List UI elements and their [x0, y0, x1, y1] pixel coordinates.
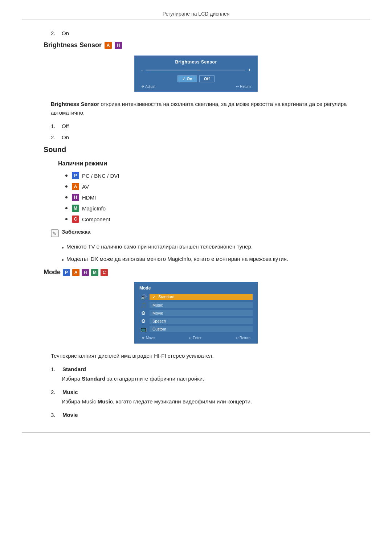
bullet-dot-magicinfo — [65, 207, 68, 209]
mode-footer-enter: ↵ Enter — [189, 336, 201, 340]
mode-item-1-label: Standard — [62, 366, 86, 372]
badge-a: A — [105, 42, 112, 49]
mode-item-2-desc-prefix: Избира Music — [62, 398, 98, 405]
mode-bar-music: Music — [150, 302, 253, 308]
mode-item-3-label: Movie — [62, 412, 78, 418]
page-header-text: Регулиране на LCD дисплея — [163, 11, 230, 17]
osd-btn-on[interactable]: ✓ On — [177, 75, 197, 82]
badge-p-pc: P — [72, 172, 79, 179]
mode-item-standard: 1. Standard — [51, 366, 370, 372]
mode-footer-return: ↩ Return — [236, 336, 250, 340]
note-box: ✎ Забележка — [51, 229, 370, 237]
mode-bar-speech: Speech — [150, 318, 253, 324]
note-item-1: Менюто TV е налично само при инсталиран … — [62, 242, 348, 251]
bullet-dot-pc — [65, 175, 68, 177]
badge-h: H — [115, 42, 122, 49]
mode-osd-title: Mode — [134, 286, 258, 293]
osd-slider-line — [146, 70, 245, 70]
badge-h-hdmi: H — [72, 194, 79, 201]
note-item-2: Моделът DX може да използва менюто Magic… — [62, 255, 348, 263]
osd-footer-right: ↩ Return — [236, 85, 251, 89]
mode-footer-move: ❖ Move — [142, 336, 155, 340]
osd-plus: + — [248, 67, 251, 73]
bs-item-2: 2. On — [51, 134, 370, 140]
page-header: Регулиране на LCD дисплея — [22, 11, 370, 17]
osd-title: Brightness Sensor — [140, 59, 252, 65]
mode-item-movie: 3. Movie — [51, 412, 370, 418]
mode-item-1-desc-prefix: Избира — [62, 376, 82, 382]
mode-label-magicinfo: MagicInfo — [82, 205, 106, 212]
mode-icon-standard: 🔊 — [139, 294, 147, 300]
mode-badge-h: H — [82, 269, 89, 276]
brightness-sensor-osd: Brightness Sensor - + ✓ On Off ❖ Adjust … — [134, 56, 258, 92]
note-icon: ✎ — [51, 229, 59, 237]
osd-slider-fill — [146, 70, 200, 70]
brightness-sensor-section: Brightness Sensor A H — [44, 41, 370, 49]
mode-item-3-num: 3. — [51, 412, 59, 418]
mode-osd-footer: ❖ Move ↵ Enter ↩ Return — [134, 335, 258, 340]
note-bullet-2 — [62, 259, 64, 261]
osd-footer: ❖ Adjust ↩ Return — [140, 85, 252, 89]
mode-item-magicinfo: M MagicInfo — [65, 205, 370, 212]
top-divider — [22, 20, 370, 20]
mode-badge-a: A — [72, 269, 79, 276]
mode-item-1-desc-bold: Standard — [82, 376, 105, 382]
mode-label-hdmi: HDMI — [82, 194, 96, 201]
bs-item-1: 1. Off — [51, 123, 370, 129]
brightness-sensor-heading: Brightness Sensor — [44, 41, 102, 49]
page-container: Регулиране на LCD дисплея 2. On Brightne… — [0, 0, 392, 554]
mode-bar-custom: Custom — [150, 326, 253, 332]
mode-badge-p: P — [63, 269, 70, 276]
mode-item-av: A AV — [65, 183, 370, 190]
mode-item-2-label: Music — [62, 389, 78, 395]
mode-item-2-desc-bold: Music — [98, 398, 113, 405]
badge-m-magicinfo: M — [72, 205, 79, 212]
mode-bar-movie: Movie — [150, 310, 253, 316]
mode-label-pc: PC / BNC / DVI — [82, 173, 119, 179]
mode-item-2-num: 2. — [51, 389, 59, 395]
mode-item-component: C Component — [65, 216, 370, 223]
mode-osd-row-custom: 📺 Custom — [134, 325, 258, 333]
mode-item-music: 2. Music — [51, 389, 370, 395]
mode-item-1-desc: Избира Standard за стандартните фабрични… — [62, 374, 348, 383]
mode-item-1-num: 1. — [51, 366, 59, 372]
osd-minus: - — [141, 67, 143, 73]
mode-osd-rows: 🔊 ✓ Standard 🎵 Music ⚙ Movie ⚙ Speech 📺 … — [134, 293, 258, 333]
mode-osd-row-music: 🎵 Music — [134, 301, 258, 309]
mode-label-av: AV — [82, 184, 89, 190]
osd-buttons-row: ✓ On Off — [140, 75, 252, 82]
mode-icon-movie: ⚙ — [139, 310, 147, 316]
note-label: Забележка — [62, 229, 90, 235]
mode-label-component: Component — [82, 216, 110, 222]
mode-item-hdmi: H HDMI — [65, 194, 370, 201]
intro-item-2: 2. On — [51, 30, 370, 36]
mode-item-2-desc: Избира Music Music, когато гледате музик… — [62, 397, 348, 406]
mode-section-heading: Mode P A H M C — [44, 268, 370, 276]
mode-heading-text: Mode — [44, 268, 61, 276]
bs-item-1-label: Off — [62, 123, 69, 129]
osd-slider-row: - + — [140, 67, 252, 73]
brightness-sensor-description: Brightness Sensor открива интензивността… — [51, 100, 348, 117]
osd-btn-off[interactable]: Off — [199, 75, 215, 82]
mode-bar-standard: ✓ Standard — [150, 294, 253, 300]
note-text-2: Моделът DX може да използва менюто Magic… — [66, 255, 288, 263]
intro-label: On — [62, 30, 69, 36]
note-text-1: Менюто TV е налично само при инсталиран … — [66, 242, 253, 251]
note-bullet-1 — [62, 247, 64, 249]
mode-badge-c: C — [101, 269, 108, 276]
mode-item-1-desc-text: за стандартните фабрични настройки. — [105, 376, 204, 382]
mode-icon-custom: 📺 — [139, 326, 147, 332]
sound-heading: Sound — [44, 145, 370, 154]
desc-bold: Brightness Sensor — [51, 101, 99, 107]
mode-osd: Mode 🔊 ✓ Standard 🎵 Music ⚙ Movie ⚙ Spee… — [134, 282, 258, 344]
svg-text:✎: ✎ — [52, 231, 56, 236]
mode-osd-row-standard: 🔊 ✓ Standard — [134, 293, 258, 301]
mode-icon-speech: ⚙ — [139, 318, 147, 324]
bullet-dot-hdmi — [65, 196, 68, 198]
badge-a-av: A — [72, 183, 79, 190]
bs-item-2-label: On — [62, 134, 69, 140]
bs-item-2-num: 2. — [51, 134, 58, 140]
available-modes-heading: Налични режими — [58, 160, 370, 167]
bs-item-1-num: 1. — [51, 123, 58, 129]
mode-badge-m: M — [91, 269, 98, 276]
